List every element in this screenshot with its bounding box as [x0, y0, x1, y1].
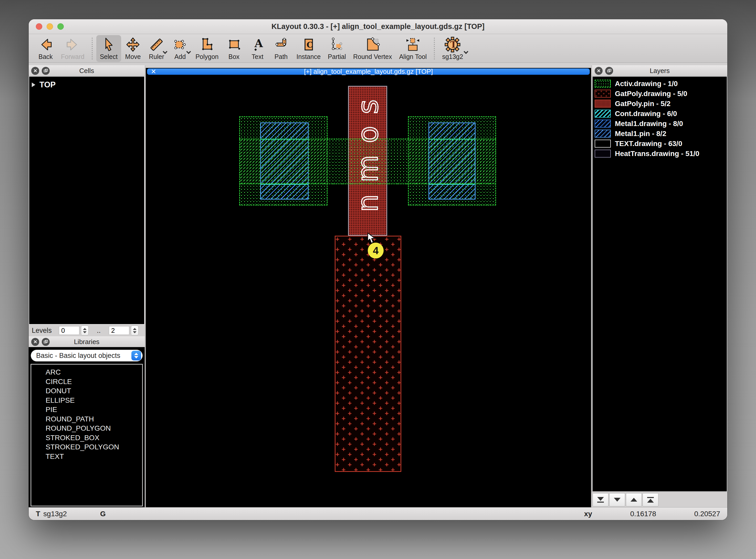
gate-text-label: nmos: [351, 88, 384, 212]
levels-from-stepper[interactable]: [81, 326, 89, 335]
libraries-panel-header: Libraries: [29, 336, 145, 347]
layer-swatch-gatpoly-drawing[interactable]: + + + + + + + + + + + + + + + + + + + + …: [595, 90, 611, 97]
layer-swatch-gatpoly-pin[interactable]: [595, 100, 611, 108]
sg13g2-menu-chevron-icon[interactable]: [464, 49, 468, 54]
layer-swatch-cont[interactable]: [595, 110, 611, 118]
layer-row[interactable]: Metal1.drawing - 8/0: [595, 119, 727, 129]
layer-row[interactable]: + + + + + + + + + + + + + + + + + + + + …: [595, 89, 727, 98]
move-layer-to-top-button[interactable]: [643, 493, 659, 507]
ruler-tool-button[interactable]: Ruler: [145, 35, 168, 62]
minimize-window-button[interactable]: [47, 23, 53, 30]
zoom-window-button[interactable]: [58, 23, 64, 30]
levels-to-stepper[interactable]: [131, 326, 139, 335]
gate-label-box: nmos: [348, 86, 387, 214]
list-item[interactable]: ROUND_POLYGON: [46, 424, 142, 433]
libraries-close-icon[interactable]: [31, 338, 39, 346]
layers-list: Activ.drawing - 1/0 + + + + + + + + + + …: [592, 76, 727, 492]
svg-text:T: T: [450, 40, 457, 50]
box-tool-button[interactable]: Box: [222, 35, 246, 62]
library-select[interactable]: Basic - Basic layout objects: [31, 350, 143, 361]
toolbar: Back Forward Select Move Ruler: [29, 34, 727, 63]
cursor-y-value: 0.20527: [656, 510, 720, 518]
cells-tree: TOP: [29, 76, 145, 325]
tab-close-icon[interactable]: ✕: [151, 68, 156, 75]
move-layer-to-bottom-button[interactable]: [593, 493, 609, 507]
layers-float-icon[interactable]: [605, 67, 613, 75]
list-item[interactable]: ROUND_PATH: [46, 415, 142, 424]
libraries-float-icon[interactable]: [42, 338, 50, 346]
cell-item-top[interactable]: TOP: [32, 80, 142, 89]
align-tool-button[interactable]: Align Tool: [395, 35, 430, 62]
list-item[interactable]: STROKED_BOX: [46, 433, 142, 443]
coordinate-label: xy: [584, 510, 592, 518]
list-item[interactable]: PIE: [46, 405, 142, 415]
layer-row[interactable]: TEXT.drawing - 63/0: [595, 139, 727, 149]
svg-text:A: A: [254, 38, 263, 50]
move-tool-button[interactable]: Move: [121, 35, 145, 62]
list-item[interactable]: ELLIPSE: [46, 396, 142, 405]
layer-row[interactable]: GatPoly.pin - 5/2: [595, 98, 727, 109]
status-bar: T sg13g2 G xy 0.16178 0.20527: [29, 507, 727, 520]
select-tool-button[interactable]: Select: [96, 35, 121, 62]
select-cursor-icon: [101, 37, 116, 52]
layer-row[interactable]: Activ.drawing - 1/0: [595, 79, 727, 89]
layer-swatch-activ[interactable]: [595, 80, 611, 88]
cells-close-icon[interactable]: [31, 67, 39, 75]
levels-from-input[interactable]: [59, 326, 79, 335]
add-tool-button[interactable]: Add: [168, 35, 192, 62]
layer-row[interactable]: Cont.drawing - 6/0: [595, 109, 727, 119]
main-area: Cells TOP Levels ..: [29, 63, 727, 507]
instance-icon: C: [301, 37, 316, 52]
select-chevrons-icon: [131, 351, 141, 360]
list-item[interactable]: ARC: [46, 367, 142, 377]
forward-button[interactable]: Forward: [58, 35, 88, 62]
layer-swatch-metal1-pin[interactable]: [595, 130, 611, 138]
round-vertex-tool-button[interactable]: Round Vertex: [349, 35, 396, 62]
round-vertex-icon: [365, 37, 380, 52]
levels-to-input[interactable]: [109, 326, 129, 335]
window-controls: [36, 19, 64, 34]
levels-bar: Levels ..: [29, 325, 145, 336]
move-layer-up-button[interactable]: [626, 493, 642, 507]
text-tool-button[interactable]: A Text: [246, 35, 269, 62]
close-window-button[interactable]: [36, 23, 42, 30]
layer-swatch-text[interactable]: [595, 140, 611, 148]
tab-label: [+] align_tool_example_layout.gds.gz [TO…: [147, 68, 590, 75]
layers-panel-header: Layers: [592, 65, 727, 76]
partial-tool-button[interactable]: Partial: [324, 35, 349, 62]
partial-icon: [329, 37, 344, 52]
library-items-list: ARC CIRCLE DONUT ELLIPSE PIE ROUND_PATH …: [31, 364, 143, 506]
align-tool-icon: [406, 37, 420, 52]
layers-panel-column: Layers Activ.drawing - 1/0 + + + + + + +…: [592, 65, 727, 507]
list-item[interactable]: DONUT: [46, 386, 142, 396]
path-tool-button[interactable]: Path: [269, 35, 293, 62]
list-item[interactable]: CIRCLE: [46, 377, 142, 386]
cells-float-icon[interactable]: [42, 67, 50, 75]
toolbar-separator: [434, 38, 435, 60]
layout-canvas[interactable]: nmos + + + + + + + + + + + + + + + + + +…: [146, 75, 591, 507]
layer-row[interactable]: Metal1.pin - 8/2: [595, 129, 727, 139]
instance-tool-button[interactable]: C Instance: [293, 35, 324, 62]
mouse-cursor-icon: [367, 232, 378, 245]
polygon-tool-button[interactable]: Polygon: [192, 35, 222, 62]
layer-swatch-heattrans[interactable]: [595, 150, 611, 158]
technology-value: sg13g2: [43, 510, 67, 518]
sg13g2-menu-button[interactable]: T sg13g2: [438, 35, 466, 62]
svg-text:C: C: [306, 40, 313, 50]
expand-triangle-icon[interactable]: [32, 83, 35, 87]
gatpoly-drawing-rect[interactable]: + + + + + + + + + + + + + + + + + + + + …: [335, 236, 401, 472]
left-panel-column: Cells TOP Levels ..: [29, 65, 145, 507]
back-button[interactable]: Back: [34, 35, 58, 62]
list-item[interactable]: TEXT: [46, 452, 142, 462]
technology-label: T: [36, 510, 40, 518]
layer-row[interactable]: HeatTrans.drawing - 51/0: [595, 149, 727, 159]
layers-close-icon[interactable]: [595, 67, 602, 75]
move-layer-down-button[interactable]: [609, 493, 625, 507]
window-title: KLayout 0.30.3 - [+] align_tool_example_…: [272, 22, 484, 31]
tab-bar: ✕ [+] align_tool_example_layout.gds.gz […: [146, 65, 591, 75]
layout-tab[interactable]: ✕ [+] align_tool_example_layout.gds.gz […: [147, 68, 590, 75]
grid-indicator: G: [100, 510, 106, 518]
layer-swatch-metal1-drawing[interactable]: [595, 120, 611, 128]
forward-icon: [66, 37, 80, 52]
list-item[interactable]: STROKED_POLYGON: [46, 443, 142, 452]
